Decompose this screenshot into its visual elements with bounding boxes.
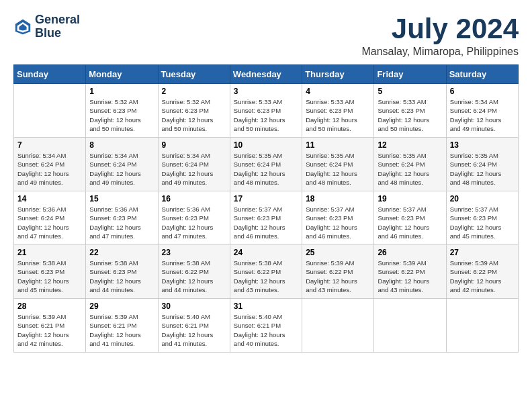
calendar-cell: 17Sunrise: 5:37 AM Sunset: 6:23 PM Dayli… <box>230 191 302 245</box>
day-number: 20 <box>450 194 515 203</box>
weekday-header-tuesday: Tuesday <box>158 65 230 84</box>
calendar-table: SundayMondayTuesdayWednesdayThursdayFrid… <box>13 64 519 353</box>
day-number: 13 <box>450 140 515 150</box>
calendar-cell: 9Sunrise: 5:34 AM Sunset: 6:24 PM Daylig… <box>158 138 230 191</box>
calendar-cell: 2Sunrise: 5:32 AM Sunset: 6:23 PM Daylig… <box>158 84 230 138</box>
calendar-cell: 16Sunrise: 5:36 AM Sunset: 6:23 PM Dayli… <box>158 191 230 245</box>
day-info: Sunrise: 5:34 AM Sunset: 6:24 PM Dayligh… <box>162 151 226 187</box>
day-number: 7 <box>17 140 82 150</box>
day-info: Sunrise: 5:32 AM Sunset: 6:23 PM Dayligh… <box>89 97 154 133</box>
calendar-week-row: 28Sunrise: 5:39 AM Sunset: 6:21 PM Dayli… <box>14 299 519 353</box>
day-number: 30 <box>162 302 226 311</box>
day-info: Sunrise: 5:39 AM Sunset: 6:21 PM Dayligh… <box>17 312 82 348</box>
calendar-cell: 13Sunrise: 5:35 AM Sunset: 6:24 PM Dayli… <box>446 138 518 191</box>
day-info: Sunrise: 5:36 AM Sunset: 6:24 PM Dayligh… <box>17 205 82 240</box>
calendar-week-row: 1Sunrise: 5:32 AM Sunset: 6:23 PM Daylig… <box>14 84 519 138</box>
weekday-header-row: SundayMondayTuesdayWednesdayThursdayFrid… <box>14 65 519 84</box>
calendar-week-row: 21Sunrise: 5:38 AM Sunset: 6:23 PM Dayli… <box>14 245 519 299</box>
calendar-cell: 11Sunrise: 5:35 AM Sunset: 6:24 PM Dayli… <box>302 138 374 191</box>
calendar-cell: 3Sunrise: 5:33 AM Sunset: 6:23 PM Daylig… <box>230 84 302 138</box>
calendar-cell: 14Sunrise: 5:36 AM Sunset: 6:24 PM Dayli… <box>14 191 86 245</box>
calendar-cell: 25Sunrise: 5:39 AM Sunset: 6:22 PM Dayli… <box>302 245 374 299</box>
day-number: 19 <box>378 194 442 203</box>
day-number: 6 <box>450 87 515 96</box>
day-info: Sunrise: 5:35 AM Sunset: 6:24 PM Dayligh… <box>378 151 442 187</box>
calendar-cell: 20Sunrise: 5:37 AM Sunset: 6:23 PM Dayli… <box>446 191 518 245</box>
calendar-cell: 28Sunrise: 5:39 AM Sunset: 6:21 PM Dayli… <box>14 299 86 353</box>
day-info: Sunrise: 5:39 AM Sunset: 6:21 PM Dayligh… <box>89 312 154 348</box>
day-number: 29 <box>89 302 154 311</box>
calendar-cell: 7Sunrise: 5:34 AM Sunset: 6:24 PM Daylig… <box>14 138 86 191</box>
logo: General Blue <box>13 13 80 40</box>
weekday-header-wednesday: Wednesday <box>230 65 302 84</box>
day-number: 23 <box>162 248 226 257</box>
calendar-cell: 5Sunrise: 5:33 AM Sunset: 6:23 PM Daylig… <box>374 84 446 138</box>
day-info: Sunrise: 5:33 AM Sunset: 6:23 PM Dayligh… <box>234 97 298 133</box>
day-number: 16 <box>162 194 226 203</box>
day-info: Sunrise: 5:35 AM Sunset: 6:24 PM Dayligh… <box>306 151 370 187</box>
day-number: 28 <box>17 302 82 311</box>
logo-icon <box>13 17 32 36</box>
calendar-cell: 1Sunrise: 5:32 AM Sunset: 6:23 PM Daylig… <box>86 84 158 138</box>
day-number: 4 <box>306 87 370 96</box>
day-info: Sunrise: 5:32 AM Sunset: 6:23 PM Dayligh… <box>162 97 226 133</box>
day-info: Sunrise: 5:36 AM Sunset: 6:23 PM Dayligh… <box>162 205 226 240</box>
day-info: Sunrise: 5:38 AM Sunset: 6:23 PM Dayligh… <box>17 259 82 294</box>
day-number: 14 <box>17 194 82 203</box>
day-number: 1 <box>89 87 154 96</box>
day-info: Sunrise: 5:36 AM Sunset: 6:23 PM Dayligh… <box>89 205 154 240</box>
page-header: General Blue July 2024 Mansalay, Mimarop… <box>13 13 519 58</box>
calendar-cell: 22Sunrise: 5:38 AM Sunset: 6:23 PM Dayli… <box>86 245 158 299</box>
calendar-cell: 4Sunrise: 5:33 AM Sunset: 6:23 PM Daylig… <box>302 84 374 138</box>
weekday-header-friday: Friday <box>374 65 446 84</box>
calendar-cell <box>14 84 86 138</box>
calendar-cell: 8Sunrise: 5:34 AM Sunset: 6:24 PM Daylig… <box>86 138 158 191</box>
day-number: 27 <box>450 248 515 257</box>
day-number: 3 <box>234 87 298 96</box>
day-number: 10 <box>234 140 298 150</box>
day-info: Sunrise: 5:39 AM Sunset: 6:22 PM Dayligh… <box>306 259 370 294</box>
day-number: 15 <box>89 194 154 203</box>
calendar-cell: 10Sunrise: 5:35 AM Sunset: 6:24 PM Dayli… <box>230 138 302 191</box>
day-info: Sunrise: 5:35 AM Sunset: 6:24 PM Dayligh… <box>450 151 515 187</box>
calendar-cell <box>446 299 518 353</box>
day-number: 17 <box>234 194 298 203</box>
weekday-header-monday: Monday <box>86 65 158 84</box>
day-info: Sunrise: 5:33 AM Sunset: 6:23 PM Dayligh… <box>378 97 442 133</box>
day-info: Sunrise: 5:39 AM Sunset: 6:22 PM Dayligh… <box>450 259 515 294</box>
day-info: Sunrise: 5:39 AM Sunset: 6:22 PM Dayligh… <box>378 259 442 294</box>
calendar-cell: 18Sunrise: 5:37 AM Sunset: 6:23 PM Dayli… <box>302 191 374 245</box>
day-info: Sunrise: 5:37 AM Sunset: 6:23 PM Dayligh… <box>306 205 370 240</box>
calendar-week-row: 7Sunrise: 5:34 AM Sunset: 6:24 PM Daylig… <box>14 138 519 191</box>
day-number: 11 <box>306 140 370 150</box>
logo-text: General Blue <box>35 13 80 40</box>
day-info: Sunrise: 5:34 AM Sunset: 6:24 PM Dayligh… <box>89 151 154 187</box>
day-number: 31 <box>234 302 298 311</box>
day-info: Sunrise: 5:38 AM Sunset: 6:23 PM Dayligh… <box>89 259 154 294</box>
day-number: 5 <box>378 87 442 96</box>
calendar-cell: 12Sunrise: 5:35 AM Sunset: 6:24 PM Dayli… <box>374 138 446 191</box>
weekday-header-thursday: Thursday <box>302 65 374 84</box>
day-info: Sunrise: 5:37 AM Sunset: 6:23 PM Dayligh… <box>450 205 515 240</box>
calendar-cell <box>302 299 374 353</box>
weekday-header-sunday: Sunday <box>14 65 86 84</box>
day-number: 2 <box>162 87 226 96</box>
day-info: Sunrise: 5:34 AM Sunset: 6:24 PM Dayligh… <box>450 97 515 133</box>
calendar-cell: 31Sunrise: 5:40 AM Sunset: 6:21 PM Dayli… <box>230 299 302 353</box>
calendar-cell: 24Sunrise: 5:38 AM Sunset: 6:22 PM Dayli… <box>230 245 302 299</box>
day-number: 26 <box>378 248 442 257</box>
calendar-cell: 30Sunrise: 5:40 AM Sunset: 6:21 PM Dayli… <box>158 299 230 353</box>
calendar-cell: 27Sunrise: 5:39 AM Sunset: 6:22 PM Dayli… <box>446 245 518 299</box>
day-info: Sunrise: 5:37 AM Sunset: 6:23 PM Dayligh… <box>378 205 442 240</box>
calendar-cell: 6Sunrise: 5:34 AM Sunset: 6:24 PM Daylig… <box>446 84 518 138</box>
day-info: Sunrise: 5:33 AM Sunset: 6:23 PM Dayligh… <box>306 97 370 133</box>
day-number: 24 <box>234 248 298 257</box>
day-info: Sunrise: 5:38 AM Sunset: 6:22 PM Dayligh… <box>234 259 298 294</box>
month-year-title: July 2024 <box>361 13 519 44</box>
day-number: 21 <box>17 248 82 257</box>
calendar-cell: 23Sunrise: 5:38 AM Sunset: 6:22 PM Dayli… <box>158 245 230 299</box>
day-number: 25 <box>306 248 370 257</box>
day-info: Sunrise: 5:34 AM Sunset: 6:24 PM Dayligh… <box>17 151 82 187</box>
calendar-cell <box>374 299 446 353</box>
calendar-cell: 15Sunrise: 5:36 AM Sunset: 6:23 PM Dayli… <box>86 191 158 245</box>
